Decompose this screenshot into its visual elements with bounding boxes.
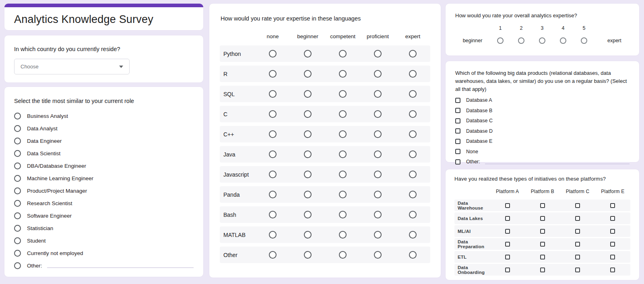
radio-icon[interactable] bbox=[374, 171, 382, 178]
checkbox-icon[interactable] bbox=[455, 118, 460, 123]
role-option[interactable]: Currently not employed bbox=[14, 247, 194, 259]
role-option[interactable]: Data Analyst bbox=[14, 122, 194, 135]
radio-icon[interactable] bbox=[14, 125, 21, 132]
radio-icon[interactable] bbox=[409, 191, 417, 198]
big-data-option[interactable]: Database C bbox=[455, 115, 630, 126]
checkbox-icon[interactable] bbox=[455, 159, 460, 165]
radio-icon[interactable] bbox=[497, 37, 504, 44]
checkbox-icon[interactable] bbox=[575, 242, 580, 247]
role-option[interactable]: Product/Project Manager bbox=[14, 185, 194, 197]
checkbox-icon[interactable] bbox=[455, 98, 460, 103]
radio-icon[interactable] bbox=[560, 37, 566, 44]
radio-icon[interactable] bbox=[339, 70, 347, 78]
radio-icon[interactable] bbox=[304, 171, 312, 178]
scale-option[interactable]: 4 bbox=[553, 25, 574, 44]
radio-icon[interactable] bbox=[269, 70, 277, 78]
radio-icon[interactable] bbox=[374, 50, 382, 58]
country-dropdown[interactable]: Choose bbox=[14, 59, 130, 74]
role-option[interactable]: Statistician bbox=[14, 222, 194, 235]
radio-icon[interactable] bbox=[339, 110, 347, 118]
checkbox-icon[interactable] bbox=[575, 216, 580, 221]
role-option[interactable]: Software Engineer bbox=[14, 210, 194, 222]
radio-icon[interactable] bbox=[14, 187, 21, 194]
checkbox-icon[interactable] bbox=[455, 128, 460, 134]
radio-icon[interactable] bbox=[374, 251, 382, 259]
checkbox-icon[interactable] bbox=[540, 203, 545, 208]
radio-icon[interactable] bbox=[374, 191, 382, 198]
radio-icon[interactable] bbox=[339, 211, 347, 218]
big-data-option[interactable]: Other: bbox=[455, 156, 630, 167]
role-option[interactable]: Research Scientist bbox=[14, 197, 194, 210]
scale-option[interactable]: 1 bbox=[490, 25, 511, 44]
radio-icon[interactable] bbox=[581, 37, 587, 44]
big-data-option[interactable]: Database A bbox=[455, 95, 630, 105]
radio-icon[interactable] bbox=[14, 138, 21, 144]
radio-icon[interactable] bbox=[339, 231, 347, 239]
radio-icon[interactable] bbox=[339, 171, 347, 178]
other-answer-line[interactable] bbox=[47, 268, 194, 268]
role-option[interactable]: Other: bbox=[14, 259, 194, 272]
radio-icon[interactable] bbox=[14, 175, 21, 182]
radio-icon[interactable] bbox=[409, 110, 417, 118]
radio-icon[interactable] bbox=[339, 191, 347, 198]
radio-icon[interactable] bbox=[269, 211, 277, 218]
role-option[interactable]: Business Analyst bbox=[14, 110, 194, 122]
role-option[interactable]: Data Scientist bbox=[14, 147, 194, 160]
checkbox-icon[interactable] bbox=[575, 255, 580, 259]
checkbox-icon[interactable] bbox=[540, 255, 545, 259]
radio-icon[interactable] bbox=[374, 90, 382, 98]
radio-icon[interactable] bbox=[539, 37, 545, 44]
radio-icon[interactable] bbox=[269, 130, 277, 138]
radio-icon[interactable] bbox=[374, 70, 382, 78]
checkbox-icon[interactable] bbox=[505, 216, 510, 221]
radio-icon[interactable] bbox=[339, 90, 347, 98]
radio-icon[interactable] bbox=[304, 150, 312, 158]
radio-icon[interactable] bbox=[409, 50, 417, 58]
radio-icon[interactable] bbox=[374, 231, 382, 239]
radio-icon[interactable] bbox=[304, 211, 312, 218]
radio-icon[interactable] bbox=[304, 110, 312, 118]
radio-icon[interactable] bbox=[14, 225, 21, 232]
radio-icon[interactable] bbox=[269, 110, 277, 118]
big-data-option[interactable]: Database E bbox=[455, 136, 630, 146]
radio-icon[interactable] bbox=[409, 150, 417, 158]
radio-icon[interactable] bbox=[304, 251, 312, 259]
big-data-option[interactable]: Database D bbox=[455, 126, 630, 136]
radio-icon[interactable] bbox=[374, 211, 382, 218]
checkbox-icon[interactable] bbox=[505, 255, 510, 259]
big-data-option[interactable]: Database B bbox=[455, 105, 630, 116]
checkbox-icon[interactable] bbox=[540, 268, 545, 272]
radio-icon[interactable] bbox=[269, 150, 277, 158]
checkbox-icon[interactable] bbox=[575, 203, 580, 208]
checkbox-icon[interactable] bbox=[540, 229, 545, 234]
radio-icon[interactable] bbox=[14, 200, 21, 207]
radio-icon[interactable] bbox=[374, 150, 382, 158]
scale-option[interactable]: 5 bbox=[574, 25, 594, 44]
checkbox-icon[interactable] bbox=[505, 268, 510, 272]
radio-icon[interactable] bbox=[339, 251, 347, 259]
big-data-option[interactable]: None bbox=[455, 146, 630, 157]
radio-icon[interactable] bbox=[374, 130, 382, 138]
radio-icon[interactable] bbox=[14, 237, 21, 244]
radio-icon[interactable] bbox=[269, 251, 277, 259]
role-option[interactable]: DBA/Database Engineer bbox=[14, 160, 194, 172]
radio-icon[interactable] bbox=[339, 150, 347, 158]
checkbox-icon[interactable] bbox=[540, 216, 545, 221]
checkbox-icon[interactable] bbox=[455, 139, 460, 144]
radio-icon[interactable] bbox=[339, 50, 347, 58]
radio-icon[interactable] bbox=[409, 251, 417, 259]
other-answer-line[interactable] bbox=[485, 164, 630, 164]
role-option[interactable]: Data Engineer bbox=[14, 135, 194, 147]
checkbox-icon[interactable] bbox=[610, 216, 615, 221]
radio-icon[interactable] bbox=[304, 191, 312, 198]
checkbox-icon[interactable] bbox=[540, 242, 545, 247]
checkbox-icon[interactable] bbox=[610, 203, 615, 208]
radio-icon[interactable] bbox=[269, 231, 277, 239]
radio-icon[interactable] bbox=[269, 171, 277, 178]
radio-icon[interactable] bbox=[409, 90, 417, 98]
checkbox-icon[interactable] bbox=[505, 203, 510, 208]
scale-option[interactable]: 3 bbox=[532, 25, 553, 44]
radio-icon[interactable] bbox=[374, 110, 382, 118]
radio-icon[interactable] bbox=[269, 90, 277, 98]
radio-icon[interactable] bbox=[14, 163, 21, 169]
